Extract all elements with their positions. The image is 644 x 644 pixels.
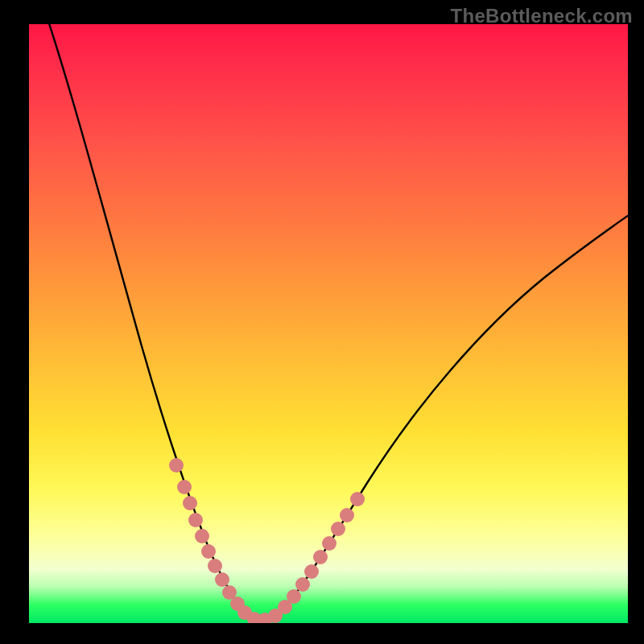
- highlight-dot: [215, 572, 229, 587]
- highlight-dot: [304, 564, 319, 579]
- highlight-dot: [169, 458, 184, 473]
- highlight-dot: [195, 529, 209, 543]
- highlight-dot: [188, 513, 203, 527]
- chart-plot-area: [29, 24, 628, 623]
- highlight-dots-group: [169, 458, 365, 623]
- highlight-dot: [313, 550, 328, 564]
- highlight-dot: [350, 492, 365, 506]
- chart-svg: [29, 24, 628, 623]
- chart-frame: TheBottleneck.com: [0, 0, 644, 644]
- highlight-dot: [201, 544, 216, 559]
- watermark-text: TheBottleneck.com: [451, 5, 633, 27]
- highlight-dot: [183, 496, 197, 510]
- highlight-dot: [340, 508, 354, 522]
- highlight-dot: [208, 559, 222, 573]
- highlight-dot: [322, 536, 336, 551]
- highlight-dot: [331, 522, 345, 536]
- highlight-dot: [177, 480, 192, 494]
- highlight-dot: [295, 577, 310, 592]
- highlight-dot: [287, 589, 301, 604]
